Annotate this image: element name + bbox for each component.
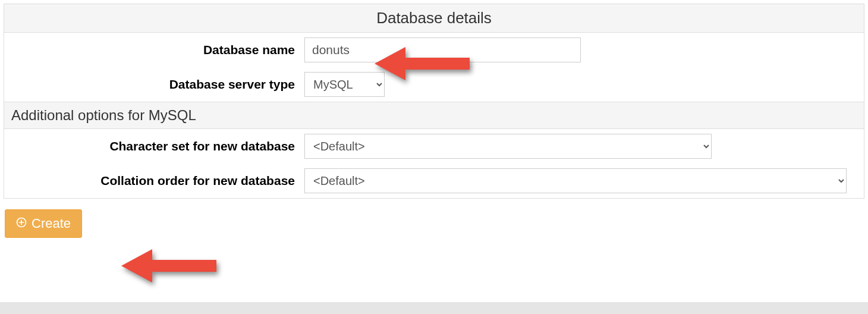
charset-label: Character set for new database [4,139,304,153]
footer-bar [0,302,868,314]
charset-select[interactable]: <Default> [304,134,712,159]
row-database-name: Database name [4,33,864,67]
additional-options-header: Additional options for MySQL [4,102,864,129]
row-charset: Character set for new database <Default> [4,129,864,164]
collation-select[interactable]: <Default> [304,168,847,193]
database-details-panel: Database details Database name Database … [4,4,864,199]
panel-title: Database details [4,4,864,33]
plus-circle-icon [16,216,27,231]
create-button-label: Create [32,216,71,231]
database-name-input[interactable] [304,37,581,62]
server-type-label: Database server type [4,77,304,92]
row-server-type: Database server type MySQL [4,67,864,102]
annotation-arrow-icon [121,247,216,285]
create-button[interactable]: Create [5,209,82,238]
button-row: Create [5,209,868,238]
database-name-label: Database name [4,43,304,57]
server-type-select[interactable]: MySQL [304,72,385,97]
row-collation: Collation order for new database <Defaul… [4,164,864,198]
collation-label: Collation order for new database [4,174,304,188]
